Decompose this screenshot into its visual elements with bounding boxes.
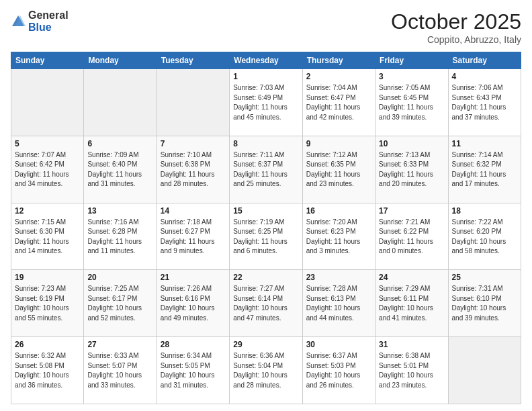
day-of-week-header: Saturday	[448, 52, 521, 69]
calendar-day-cell: 15Sunrise: 7:19 AM Sunset: 6:25 PM Dayli…	[230, 203, 302, 270]
day-number: 19	[15, 273, 80, 282]
day-info: Sunrise: 7:12 AM Sunset: 6:35 PM Dayligh…	[306, 150, 371, 189]
day-number: 23	[306, 273, 371, 282]
day-of-week-header: Friday	[375, 52, 448, 69]
day-number: 22	[233, 273, 298, 282]
calendar-day-cell: 3Sunrise: 7:05 AM Sunset: 6:45 PM Daylig…	[375, 69, 448, 136]
calendar-day-cell: 6Sunrise: 7:09 AM Sunset: 6:40 PM Daylig…	[84, 136, 157, 203]
day-number: 26	[15, 340, 80, 349]
calendar-day-cell: 9Sunrise: 7:12 AM Sunset: 6:35 PM Daylig…	[302, 136, 375, 203]
calendar-day-cell: 17Sunrise: 7:21 AM Sunset: 6:22 PM Dayli…	[375, 203, 448, 270]
calendar-day-cell: 29Sunrise: 6:36 AM Sunset: 5:04 PM Dayli…	[230, 337, 302, 404]
day-number: 2	[306, 72, 371, 81]
day-number: 24	[379, 273, 444, 282]
calendar-day-cell: 16Sunrise: 7:20 AM Sunset: 6:23 PM Dayli…	[302, 203, 375, 270]
calendar-day-cell: 8Sunrise: 7:11 AM Sunset: 6:37 PM Daylig…	[230, 136, 302, 203]
day-number: 4	[452, 72, 517, 81]
calendar-day-cell	[157, 69, 229, 136]
day-info: Sunrise: 7:26 AM Sunset: 6:16 PM Dayligh…	[161, 284, 226, 323]
calendar-day-cell	[84, 69, 157, 136]
day-of-week-header: Sunday	[11, 52, 84, 69]
calendar-day-cell: 24Sunrise: 7:29 AM Sunset: 6:11 PM Dayli…	[375, 270, 448, 337]
day-of-week-header: Tuesday	[157, 52, 229, 69]
calendar-day-cell: 31Sunrise: 6:38 AM Sunset: 5:01 PM Dayli…	[375, 337, 448, 404]
day-info: Sunrise: 7:16 AM Sunset: 6:28 PM Dayligh…	[87, 218, 152, 257]
day-number: 28	[161, 340, 226, 349]
day-number: 30	[306, 340, 371, 349]
day-info: Sunrise: 6:37 AM Sunset: 5:03 PM Dayligh…	[306, 351, 371, 390]
calendar-week-row: 12Sunrise: 7:15 AM Sunset: 6:30 PM Dayli…	[11, 203, 521, 270]
calendar-week-row: 19Sunrise: 7:23 AM Sunset: 6:19 PM Dayli…	[11, 270, 521, 337]
calendar-table: SundayMondayTuesdayWednesdayThursdayFrid…	[11, 52, 521, 404]
header: General Blue October 2025 Coppito, Abruz…	[11, 9, 521, 45]
day-info: Sunrise: 7:09 AM Sunset: 6:40 PM Dayligh…	[87, 150, 152, 189]
day-info: Sunrise: 7:27 AM Sunset: 6:14 PM Dayligh…	[233, 284, 298, 323]
day-number: 1	[233, 72, 298, 81]
calendar-day-cell: 25Sunrise: 7:31 AM Sunset: 6:10 PM Dayli…	[448, 270, 521, 337]
calendar-day-cell: 4Sunrise: 7:06 AM Sunset: 6:43 PM Daylig…	[448, 69, 521, 136]
calendar-day-cell: 22Sunrise: 7:27 AM Sunset: 6:14 PM Dayli…	[230, 270, 302, 337]
day-info: Sunrise: 7:23 AM Sunset: 6:19 PM Dayligh…	[15, 284, 80, 323]
day-number: 3	[379, 72, 444, 81]
calendar-day-cell: 1Sunrise: 7:03 AM Sunset: 6:49 PM Daylig…	[230, 69, 302, 136]
calendar-day-cell: 14Sunrise: 7:18 AM Sunset: 6:27 PM Dayli…	[157, 203, 229, 270]
day-number: 7	[161, 139, 226, 148]
day-info: Sunrise: 7:31 AM Sunset: 6:10 PM Dayligh…	[452, 284, 517, 323]
day-number: 31	[379, 340, 444, 349]
day-info: Sunrise: 6:38 AM Sunset: 5:01 PM Dayligh…	[379, 351, 444, 390]
day-number: 29	[233, 340, 298, 349]
day-info: Sunrise: 7:21 AM Sunset: 6:22 PM Dayligh…	[379, 218, 444, 257]
day-of-week-header: Thursday	[302, 52, 375, 69]
day-info: Sunrise: 7:06 AM Sunset: 6:43 PM Dayligh…	[452, 83, 517, 122]
day-info: Sunrise: 6:36 AM Sunset: 5:04 PM Dayligh…	[233, 351, 298, 390]
day-number: 8	[233, 139, 298, 148]
day-info: Sunrise: 7:05 AM Sunset: 6:45 PM Dayligh…	[379, 83, 444, 122]
day-number: 16	[306, 206, 371, 216]
day-number: 6	[87, 139, 152, 148]
day-number: 21	[161, 273, 226, 282]
day-info: Sunrise: 6:32 AM Sunset: 5:08 PM Dayligh…	[15, 351, 80, 390]
day-number: 10	[379, 139, 444, 148]
day-number: 18	[452, 206, 517, 216]
day-info: Sunrise: 7:14 AM Sunset: 6:32 PM Dayligh…	[452, 150, 517, 189]
calendar-day-cell: 26Sunrise: 6:32 AM Sunset: 5:08 PM Dayli…	[11, 337, 84, 404]
calendar-day-cell: 5Sunrise: 7:07 AM Sunset: 6:42 PM Daylig…	[11, 136, 84, 203]
logo-icon	[11, 14, 26, 29]
title-block: October 2025 Coppito, Abruzzo, Italy	[391, 9, 521, 45]
calendar-day-cell: 11Sunrise: 7:14 AM Sunset: 6:32 PM Dayli…	[448, 136, 521, 203]
calendar-day-cell: 30Sunrise: 6:37 AM Sunset: 5:03 PM Dayli…	[302, 337, 375, 404]
logo-general-text: General	[28, 9, 69, 21]
day-number: 14	[161, 206, 226, 216]
day-info: Sunrise: 7:03 AM Sunset: 6:49 PM Dayligh…	[233, 83, 298, 122]
calendar-day-cell: 13Sunrise: 7:16 AM Sunset: 6:28 PM Dayli…	[84, 203, 157, 270]
day-number: 27	[87, 340, 152, 349]
calendar-week-row: 1Sunrise: 7:03 AM Sunset: 6:49 PM Daylig…	[11, 69, 521, 136]
logo-text: General Blue	[28, 9, 69, 33]
day-info: Sunrise: 7:13 AM Sunset: 6:33 PM Dayligh…	[379, 150, 444, 189]
calendar-day-cell: 28Sunrise: 6:34 AM Sunset: 5:05 PM Dayli…	[157, 337, 229, 404]
location-subtitle: Coppito, Abruzzo, Italy	[391, 34, 521, 45]
calendar-day-cell	[11, 69, 84, 136]
day-info: Sunrise: 7:29 AM Sunset: 6:11 PM Dayligh…	[379, 284, 444, 323]
day-number: 11	[452, 139, 517, 148]
day-number: 15	[233, 206, 298, 216]
calendar-day-cell: 2Sunrise: 7:04 AM Sunset: 6:47 PM Daylig…	[302, 69, 375, 136]
calendar-week-row: 26Sunrise: 6:32 AM Sunset: 5:08 PM Dayli…	[11, 337, 521, 404]
day-of-week-header: Monday	[84, 52, 157, 69]
day-info: Sunrise: 6:34 AM Sunset: 5:05 PM Dayligh…	[161, 351, 226, 390]
day-info: Sunrise: 7:18 AM Sunset: 6:27 PM Dayligh…	[161, 218, 226, 257]
calendar-day-cell: 21Sunrise: 7:26 AM Sunset: 6:16 PM Dayli…	[157, 270, 229, 337]
calendar-day-cell: 20Sunrise: 7:25 AM Sunset: 6:17 PM Dayli…	[84, 270, 157, 337]
day-number: 20	[87, 273, 152, 282]
day-info: Sunrise: 6:33 AM Sunset: 5:07 PM Dayligh…	[87, 351, 152, 390]
calendar-day-cell: 12Sunrise: 7:15 AM Sunset: 6:30 PM Dayli…	[11, 203, 84, 270]
day-info: Sunrise: 7:11 AM Sunset: 6:37 PM Dayligh…	[233, 150, 298, 189]
day-info: Sunrise: 7:28 AM Sunset: 6:13 PM Dayligh…	[306, 284, 371, 323]
day-info: Sunrise: 7:20 AM Sunset: 6:23 PM Dayligh…	[306, 218, 371, 257]
day-number: 5	[15, 139, 80, 148]
calendar-day-cell	[448, 337, 521, 404]
day-number: 9	[306, 139, 371, 148]
day-number: 13	[87, 206, 152, 216]
day-number: 25	[452, 273, 517, 282]
day-number: 17	[379, 206, 444, 216]
